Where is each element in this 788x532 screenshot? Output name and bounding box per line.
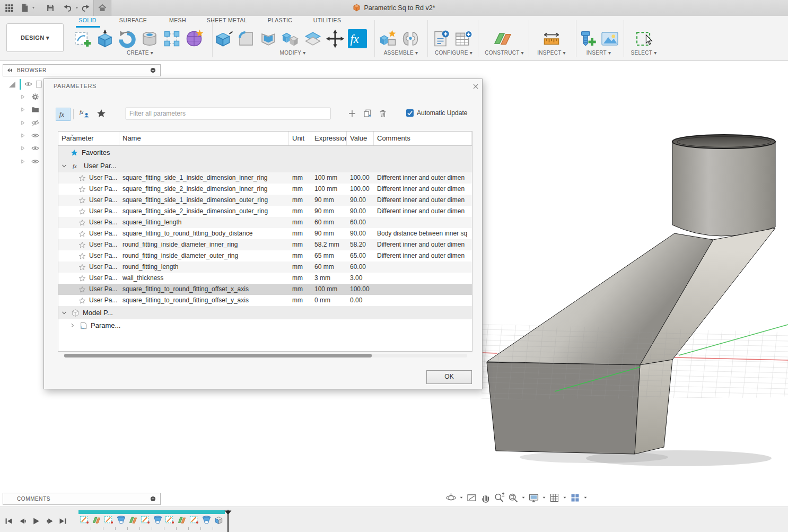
parameter-expression[interactable]: 65 mm	[311, 250, 347, 261]
create-group-label[interactable]: CREATE ▾	[73, 50, 207, 56]
parameter-expression[interactable]: 90 mm	[311, 195, 347, 206]
browser-row-eye-off[interactable]	[0, 118, 43, 129]
parameter-comments[interactable]: Different inner and outer dimen	[374, 184, 472, 195]
display-caret-icon[interactable]	[542, 495, 546, 500]
parameter-row[interactable]: User Pa...square_fitting_to_round_fittin…	[58, 284, 472, 295]
parameter-expression[interactable]: 90 mm	[311, 206, 347, 217]
favorite-star-icon[interactable]	[78, 286, 86, 293]
parameter-comments[interactable]: Different inner and outer dimen	[374, 172, 472, 184]
fillet-icon[interactable]	[237, 29, 256, 48]
shell-icon[interactable]	[259, 29, 278, 48]
configuration-table-icon[interactable]	[454, 29, 473, 48]
square-to-round-model[interactable]	[487, 135, 775, 454]
eye-icon[interactable]	[31, 157, 40, 166]
timeline-step-forward-icon[interactable]	[46, 517, 55, 526]
parameter-expression[interactable]: 90 mm	[311, 228, 347, 239]
parameter-comments[interactable]	[374, 284, 472, 295]
add-parameter-icon[interactable]	[347, 109, 357, 118]
create-sketch-icon[interactable]	[73, 29, 92, 48]
tab-mesh[interactable]: MESH	[169, 17, 186, 23]
change-parameters-icon[interactable]: fx	[348, 29, 367, 48]
measure-icon[interactable]	[542, 29, 561, 48]
parameter-comments[interactable]: Different inner and outer dimen	[374, 206, 472, 217]
user-parameters-group-row[interactable]: fx User Par...	[58, 159, 472, 172]
favorite-star-icon[interactable]	[78, 186, 86, 193]
parameter-row[interactable]: User Pa...square_fitting_side_2_inside_d…	[58, 206, 472, 217]
construct-group-label[interactable]: CONSTRUCT ▾	[480, 50, 529, 56]
workspace-switcher[interactable]: DESIGN ▾	[6, 23, 64, 52]
show-all-parameters-button[interactable]: fx	[56, 108, 71, 121]
insert-mcmaster-icon[interactable]	[578, 29, 597, 48]
tab-plastic[interactable]: PLASTIC	[268, 17, 293, 23]
parameter-row[interactable]: User Pa...square_fitting_side_2_inside_d…	[58, 184, 472, 195]
parameter-comments[interactable]: Different inner and outer dimen	[374, 239, 472, 250]
favorites-filter-icon[interactable]	[96, 108, 107, 119]
eye-icon[interactable]	[31, 144, 40, 153]
favorites-group-row[interactable]: Favorites	[58, 146, 472, 159]
timeline-go-to-end-icon[interactable]	[58, 517, 67, 526]
grid-caret-icon[interactable]	[563, 495, 567, 500]
select-group-label[interactable]: SELECT ▾	[627, 50, 660, 56]
favorite-star-icon[interactable]	[78, 252, 86, 260]
pan-icon[interactable]	[480, 492, 491, 503]
inspect-group-label[interactable]: INSPECT ▾	[530, 50, 573, 56]
add-comment-icon[interactable]	[150, 495, 156, 502]
expand-icon[interactable]	[19, 93, 26, 100]
parameter-row[interactable]: User Pa...round_fitting_lengthmm60 mm60.…	[58, 261, 472, 273]
parameter-comments[interactable]: Different inner and outer dimen	[374, 250, 472, 261]
timeline-feature-loft[interactable]	[153, 515, 163, 525]
move-copy-icon[interactable]	[326, 29, 345, 48]
chevron-right-icon[interactable]	[69, 322, 76, 329]
collapse-panel-icon[interactable]	[6, 67, 13, 74]
construct-plane-icon[interactable]	[493, 29, 512, 48]
column-header-value[interactable]: Value	[347, 132, 374, 145]
parameter-expression[interactable]: 60 mm	[311, 261, 347, 273]
expand-icon[interactable]	[19, 132, 26, 139]
parameter-row[interactable]: User Pa...square_fitting_side_1_inside_d…	[58, 195, 472, 206]
browser-row-eye[interactable]	[0, 143, 43, 155]
pattern-icon[interactable]	[162, 29, 181, 48]
timeline-feature-sketch[interactable]	[165, 515, 175, 525]
combine-icon[interactable]	[281, 29, 300, 48]
ok-button[interactable]: OK	[426, 370, 472, 384]
timeline-feature-loft[interactable]	[202, 515, 212, 525]
browser-root-row[interactable]	[0, 79, 43, 91]
grid-display-icon[interactable]	[549, 492, 560, 503]
favorite-star-icon[interactable]	[78, 219, 86, 226]
offset-face-icon[interactable]	[303, 29, 322, 48]
favorite-star-icon[interactable]	[78, 297, 86, 304]
primitive-box-icon[interactable]	[95, 29, 115, 48]
modify-group-label[interactable]: MODIFY ▾	[214, 50, 371, 56]
parameter-expression[interactable]: 100 mm	[311, 284, 347, 295]
parameter-expression[interactable]: 100 mm	[311, 184, 347, 195]
fit-icon[interactable]	[507, 492, 519, 503]
timeline-feature-sketch[interactable]	[189, 515, 199, 525]
scrollbar-thumb[interactable]	[64, 354, 372, 357]
parameter-row[interactable]: User Pa...wall_thicknessmm3 mm3.00	[58, 273, 472, 284]
revolve-icon[interactable]	[118, 29, 137, 48]
horizontal-scrollbar[interactable]	[64, 354, 467, 357]
favorite-star-icon[interactable]	[78, 241, 86, 249]
tab-solid[interactable]: SOLID	[78, 17, 97, 23]
configure-group-label[interactable]: CONFIGURE ▾	[428, 50, 479, 56]
tab-sheet-metal[interactable]: SHEET METAL	[207, 17, 247, 23]
insert-canvas-icon[interactable]	[600, 29, 619, 48]
expand-icon[interactable]	[19, 119, 26, 126]
parameter-row[interactable]: User Pa...square_fitting_to_round_fittin…	[58, 228, 472, 239]
delete-parameter-icon[interactable]	[378, 109, 388, 118]
favorite-star-icon[interactable]	[78, 275, 86, 282]
close-icon[interactable]	[471, 82, 480, 91]
parameter-comments[interactable]	[374, 273, 472, 284]
press-pull-icon[interactable]	[214, 29, 233, 48]
viewports-icon[interactable]	[570, 492, 581, 503]
timeline-feature-sketch[interactable]	[80, 515, 90, 525]
parameter-comments[interactable]: Different inner and outer dimen	[374, 195, 472, 206]
timeline-feature-box[interactable]	[214, 515, 224, 525]
timeline-feature-plane[interactable]	[128, 515, 138, 525]
joint-icon[interactable]	[401, 29, 420, 48]
timeline-feature-plane[interactable]	[177, 515, 187, 525]
browser-row-folder[interactable]	[0, 104, 43, 116]
hole-icon[interactable]	[140, 29, 159, 48]
timeline-go-to-start-icon[interactable]	[4, 517, 13, 526]
column-header-comments[interactable]: Comments	[374, 132, 472, 145]
